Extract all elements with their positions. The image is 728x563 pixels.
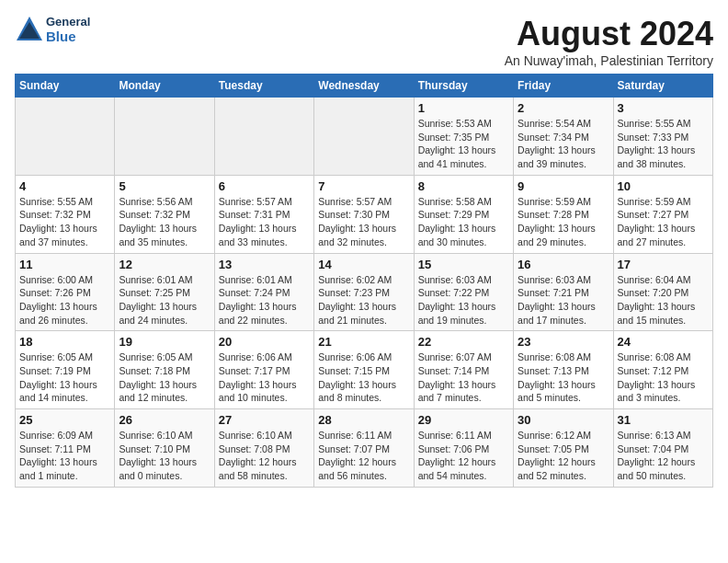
day-info: Sunrise: 6:06 AM Sunset: 7:15 PM Dayligh… (318, 350, 409, 405)
calendar-week-row: 1Sunrise: 5:53 AM Sunset: 7:35 PM Daylig… (16, 98, 713, 176)
day-info: Sunrise: 6:01 AM Sunset: 7:25 PM Dayligh… (119, 273, 210, 327)
calendar-cell (314, 98, 414, 176)
day-number: 31 (618, 413, 709, 427)
day-number: 30 (518, 413, 609, 427)
day-info: Sunrise: 5:58 AM Sunset: 7:29 PM Dayligh… (418, 195, 509, 249)
title-block: August 2024 An Nuway'imah, Palestinian T… (505, 15, 713, 68)
calendar-cell: 6Sunrise: 5:57 AM Sunset: 7:31 PM Daylig… (214, 175, 313, 253)
day-info: Sunrise: 6:10 AM Sunset: 7:08 PM Dayligh… (219, 429, 310, 483)
day-info: Sunrise: 6:11 AM Sunset: 7:07 PM Dayligh… (318, 429, 409, 483)
day-info: Sunrise: 6:00 AM Sunset: 7:26 PM Dayligh… (19, 273, 110, 327)
weekday-header: Monday (115, 75, 214, 98)
main-title: August 2024 (505, 15, 713, 53)
weekday-header: Tuesday (214, 75, 313, 98)
day-number: 15 (418, 258, 509, 271)
day-info: Sunrise: 5:56 AM Sunset: 7:32 PM Dayligh… (119, 195, 210, 249)
calendar-week-row: 4Sunrise: 5:55 AM Sunset: 7:32 PM Daylig… (16, 175, 713, 253)
calendar-cell: 18Sunrise: 6:05 AM Sunset: 7:19 PM Dayli… (16, 331, 115, 409)
day-number: 10 (618, 179, 709, 193)
calendar-cell: 27Sunrise: 6:10 AM Sunset: 7:08 PM Dayli… (214, 409, 313, 488)
day-number: 28 (318, 413, 409, 427)
calendar-cell: 8Sunrise: 5:58 AM Sunset: 7:29 PM Daylig… (414, 175, 513, 253)
day-number: 13 (219, 258, 310, 271)
day-number: 18 (19, 335, 110, 349)
day-info: Sunrise: 6:05 AM Sunset: 7:18 PM Dayligh… (119, 350, 210, 405)
day-info: Sunrise: 6:13 AM Sunset: 7:04 PM Dayligh… (618, 429, 709, 483)
day-info: Sunrise: 6:08 AM Sunset: 7:12 PM Dayligh… (618, 350, 709, 405)
calendar-cell: 17Sunrise: 6:04 AM Sunset: 7:20 PM Dayli… (613, 253, 712, 331)
day-info: Sunrise: 5:55 AM Sunset: 7:32 PM Dayligh… (19, 195, 110, 249)
day-number: 6 (219, 179, 310, 193)
logo-general: General (46, 15, 90, 29)
day-number: 19 (119, 335, 210, 349)
weekday-header: Sunday (16, 75, 115, 98)
calendar-week-row: 18Sunrise: 6:05 AM Sunset: 7:19 PM Dayli… (16, 331, 713, 409)
day-info: Sunrise: 6:04 AM Sunset: 7:20 PM Dayligh… (618, 273, 709, 327)
calendar-cell: 23Sunrise: 6:08 AM Sunset: 7:13 PM Dayli… (514, 331, 613, 409)
calendar-cell: 13Sunrise: 6:01 AM Sunset: 7:24 PM Dayli… (214, 253, 313, 331)
logo-icon (15, 15, 44, 44)
day-number: 2 (518, 101, 609, 115)
day-number: 16 (518, 258, 609, 271)
calendar-cell: 29Sunrise: 6:11 AM Sunset: 7:06 PM Dayli… (414, 409, 513, 488)
day-info: Sunrise: 6:09 AM Sunset: 7:11 PM Dayligh… (19, 429, 110, 483)
calendar-cell: 30Sunrise: 6:12 AM Sunset: 7:05 PM Dayli… (514, 409, 613, 488)
weekday-header: Wednesday (314, 75, 414, 98)
day-info: Sunrise: 5:59 AM Sunset: 7:27 PM Dayligh… (618, 195, 709, 249)
subtitle: An Nuway'imah, Palestinian Territory (505, 53, 713, 68)
day-number: 21 (318, 335, 409, 349)
day-number: 12 (119, 258, 210, 271)
day-info: Sunrise: 5:55 AM Sunset: 7:33 PM Dayligh… (618, 117, 709, 171)
day-info: Sunrise: 6:01 AM Sunset: 7:24 PM Dayligh… (219, 273, 310, 327)
day-number: 17 (618, 258, 709, 271)
calendar-cell: 28Sunrise: 6:11 AM Sunset: 7:07 PM Dayli… (314, 409, 414, 488)
page-header: General Blue August 2024 An Nuway'imah, … (15, 15, 713, 68)
day-info: Sunrise: 6:08 AM Sunset: 7:13 PM Dayligh… (518, 350, 609, 405)
weekday-header: Thursday (414, 75, 513, 98)
calendar-cell: 12Sunrise: 6:01 AM Sunset: 7:25 PM Dayli… (115, 253, 214, 331)
day-number: 5 (119, 179, 210, 193)
day-info: Sunrise: 6:05 AM Sunset: 7:19 PM Dayligh… (19, 350, 110, 405)
calendar-cell: 20Sunrise: 6:06 AM Sunset: 7:17 PM Dayli… (214, 331, 313, 409)
day-info: Sunrise: 5:53 AM Sunset: 7:35 PM Dayligh… (418, 117, 509, 171)
day-number: 1 (418, 101, 509, 115)
calendar-cell: 2Sunrise: 5:54 AM Sunset: 7:34 PM Daylig… (514, 98, 613, 176)
day-info: Sunrise: 5:54 AM Sunset: 7:34 PM Dayligh… (518, 117, 609, 171)
day-info: Sunrise: 6:06 AM Sunset: 7:17 PM Dayligh… (219, 350, 310, 405)
calendar-cell: 1Sunrise: 5:53 AM Sunset: 7:35 PM Daylig… (414, 98, 513, 176)
calendar-cell: 26Sunrise: 6:10 AM Sunset: 7:10 PM Dayli… (115, 409, 214, 488)
calendar-cell: 3Sunrise: 5:55 AM Sunset: 7:33 PM Daylig… (613, 98, 712, 176)
weekday-header: Saturday (613, 75, 712, 98)
calendar-cell: 19Sunrise: 6:05 AM Sunset: 7:18 PM Dayli… (115, 331, 214, 409)
calendar-header-row: SundayMondayTuesdayWednesdayThursdayFrid… (16, 75, 713, 98)
day-number: 22 (418, 335, 509, 349)
day-number: 9 (518, 179, 609, 193)
calendar-cell: 24Sunrise: 6:08 AM Sunset: 7:12 PM Dayli… (613, 331, 712, 409)
calendar-cell: 16Sunrise: 6:03 AM Sunset: 7:21 PM Dayli… (514, 253, 613, 331)
calendar-week-row: 25Sunrise: 6:09 AM Sunset: 7:11 PM Dayli… (16, 409, 713, 488)
day-info: Sunrise: 6:02 AM Sunset: 7:23 PM Dayligh… (318, 273, 409, 327)
calendar-week-row: 11Sunrise: 6:00 AM Sunset: 7:26 PM Dayli… (16, 253, 713, 331)
day-number: 24 (618, 335, 709, 349)
day-number: 26 (119, 413, 210, 427)
calendar-cell (115, 98, 214, 176)
day-number: 20 (219, 335, 310, 349)
day-info: Sunrise: 6:12 AM Sunset: 7:05 PM Dayligh… (518, 429, 609, 483)
day-info: Sunrise: 5:57 AM Sunset: 7:30 PM Dayligh… (318, 195, 409, 249)
day-number: 29 (418, 413, 509, 427)
day-number: 7 (318, 179, 409, 193)
day-info: Sunrise: 6:10 AM Sunset: 7:10 PM Dayligh… (119, 429, 210, 483)
day-info: Sunrise: 6:03 AM Sunset: 7:21 PM Dayligh… (518, 273, 609, 327)
logo: General Blue (15, 15, 90, 44)
day-number: 3 (618, 101, 709, 115)
day-number: 27 (219, 413, 310, 427)
calendar-cell: 11Sunrise: 6:00 AM Sunset: 7:26 PM Dayli… (16, 253, 115, 331)
day-number: 4 (19, 179, 110, 193)
day-info: Sunrise: 6:11 AM Sunset: 7:06 PM Dayligh… (418, 429, 509, 483)
calendar-cell: 25Sunrise: 6:09 AM Sunset: 7:11 PM Dayli… (16, 409, 115, 488)
day-number: 11 (19, 258, 110, 271)
calendar-table: SundayMondayTuesdayWednesdayThursdayFrid… (15, 74, 713, 488)
calendar-cell: 22Sunrise: 6:07 AM Sunset: 7:14 PM Dayli… (414, 331, 513, 409)
logo-blue: Blue (46, 29, 90, 44)
calendar-cell: 7Sunrise: 5:57 AM Sunset: 7:30 PM Daylig… (314, 175, 414, 253)
